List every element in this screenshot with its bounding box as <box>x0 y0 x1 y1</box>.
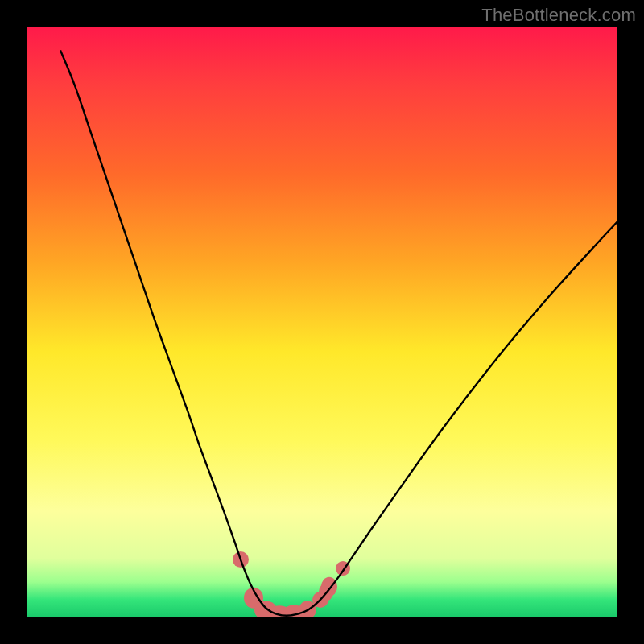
bottleneck-curve <box>60 50 617 615</box>
watermark-text: TheBottleneck.com <box>481 5 636 26</box>
marker-dot <box>321 577 337 597</box>
bottleneck-chart <box>27 27 617 617</box>
